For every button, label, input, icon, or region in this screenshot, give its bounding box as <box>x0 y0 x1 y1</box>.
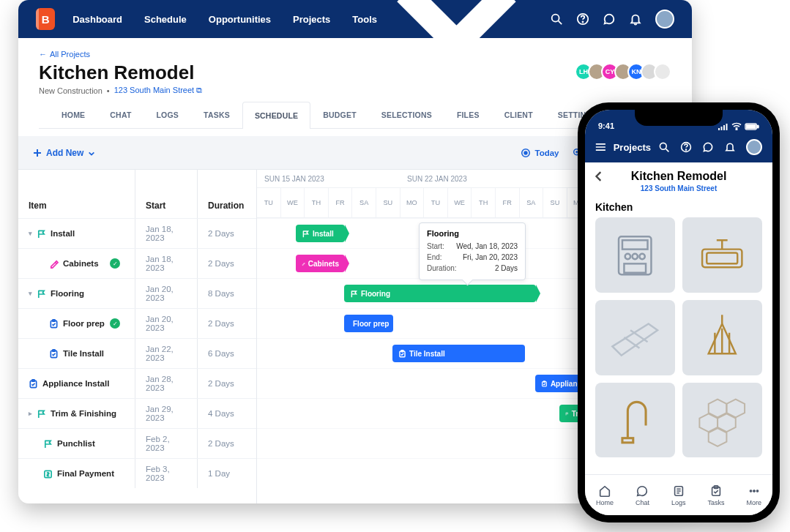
task-icon <box>49 319 59 329</box>
today-button[interactable]: Today <box>521 148 559 158</box>
external-icon: ⧉ <box>196 86 202 94</box>
menu-icon[interactable] <box>595 142 606 152</box>
avatar-g3[interactable] <box>654 63 671 80</box>
col-duration: Duration <box>198 170 256 218</box>
svg-point-7 <box>525 151 528 154</box>
col-item: Item <box>18 170 135 218</box>
btab-more[interactable]: More <box>746 484 761 506</box>
help-icon[interactable] <box>576 12 589 26</box>
day-label: SA <box>352 188 376 217</box>
tab-schedule[interactable]: SCHEDULE <box>242 102 310 129</box>
duration: 8 Days <box>198 279 256 308</box>
help-icon[interactable] <box>680 141 692 153</box>
phone-user-avatar[interactable] <box>746 139 762 155</box>
back-link[interactable]: ← All Projects <box>39 50 671 59</box>
selection-tile-hextile[interactable] <box>682 383 762 458</box>
svg-point-41 <box>736 129 737 130</box>
btab-chat[interactable]: Chat <box>636 484 649 506</box>
selection-tile-sink[interactable] <box>682 217 762 293</box>
design-icon <box>49 259 59 269</box>
table-row[interactable]: ▸Trim & FinishingJan 29, 20234 Days <box>18 398 256 428</box>
selection-tile-faucet[interactable] <box>595 383 675 458</box>
svg-point-0 <box>552 15 559 22</box>
svg-rect-39 <box>723 125 725 130</box>
member-avatars[interactable]: LH CY KN <box>579 63 671 80</box>
day-label: TH <box>305 188 329 217</box>
gantt-bar[interactable]: Cabinets <box>296 255 345 272</box>
gantt-bar[interactable]: Floor prep <box>344 315 393 332</box>
plus-icon <box>33 149 42 157</box>
user-avatar[interactable] <box>655 10 674 29</box>
tab-home[interactable]: HOME <box>49 101 97 128</box>
table-row[interactable]: Final PaymentFeb 3, 20231 Day <box>18 458 256 488</box>
selection-tile-pendant[interactable] <box>682 300 762 375</box>
tab-tasks[interactable]: TASKS <box>191 101 242 128</box>
duration: 4 Days <box>198 399 256 428</box>
tab-logs[interactable]: LOGS <box>144 101 192 128</box>
duration: 6 Days <box>198 339 256 368</box>
item-label: Floor prep <box>63 319 105 328</box>
add-new-button[interactable]: Add New <box>33 148 95 158</box>
chevron-down-icon[interactable]: ▾ <box>29 230 32 237</box>
search-icon[interactable] <box>550 12 563 26</box>
project-subtitle: New Construction • 123 South Main Street… <box>39 86 671 95</box>
tab-chat[interactable]: CHAT <box>97 101 144 128</box>
chevron-down-icon[interactable]: ▾ <box>29 290 32 297</box>
table-row[interactable]: Floor prep✓Jan 20, 20232 Days <box>18 308 256 338</box>
duration: 1 Day <box>198 459 256 488</box>
btab-home[interactable]: Home <box>596 484 614 506</box>
item-label: Flooring <box>51 289 84 298</box>
phone-project-address[interactable]: 123 South Main Street <box>595 184 762 192</box>
check-icon: ✓ <box>110 318 120 329</box>
week1-label: SUN 15 JAN 2023 <box>257 170 400 187</box>
phone-notch <box>635 110 723 126</box>
selection-tile-range[interactable] <box>595 217 675 293</box>
start-date: Jan 20, 2023 <box>135 309 198 338</box>
bell-icon[interactable] <box>629 12 642 26</box>
day-label: TU <box>257 188 281 217</box>
tab-selections[interactable]: SELECTIONS <box>369 101 444 128</box>
gantt-bar[interactable]: Install <box>296 225 345 242</box>
bell-icon[interactable] <box>724 141 736 153</box>
task-icon <box>398 350 406 358</box>
svg-line-1 <box>559 21 562 25</box>
selection-tile-countertop[interactable] <box>595 300 675 375</box>
table-row[interactable]: Appliance InstallJan 28, 20232 Days <box>18 368 256 398</box>
bar-label: Tile Install <box>409 350 445 358</box>
status-time: 9:41 <box>598 121 614 130</box>
table-row[interactable]: Tile InstallJan 22, 20236 Days <box>18 338 256 368</box>
svg-point-80 <box>750 490 752 492</box>
gantt-bar[interactable]: Tile Install <box>392 345 525 362</box>
btab-tasks[interactable]: Tasks <box>707 484 724 506</box>
svg-point-54 <box>625 254 630 259</box>
task-icon <box>29 379 38 389</box>
chevron-right-icon[interactable]: ▸ <box>29 410 32 417</box>
back-icon[interactable] <box>594 171 604 181</box>
bar-label: Flooring <box>361 290 390 298</box>
chat-icon[interactable] <box>702 141 714 153</box>
gantt-bar[interactable]: Flooring <box>344 285 536 302</box>
table-row[interactable]: ▾InstallJan 18, 20232 Days <box>18 218 256 248</box>
tab-files[interactable]: FILES <box>444 101 492 128</box>
project-type: New Construction <box>39 86 103 95</box>
svg-rect-57 <box>625 264 646 273</box>
project-address-link[interactable]: 123 South Main Street ⧉ <box>114 86 203 95</box>
chat-icon[interactable] <box>603 12 616 26</box>
table-row[interactable]: ▾FlooringJan 20, 20238 Days <box>18 278 256 308</box>
table-row[interactable]: Cabinets✓Jan 18, 20232 Days <box>18 248 256 278</box>
bar-label: Cabinets <box>308 260 339 268</box>
btab-logs[interactable]: Logs <box>671 484 686 506</box>
svg-point-3 <box>582 22 583 23</box>
phone-bottom-nav: Home Chat Logs Tasks More <box>585 474 772 515</box>
topnav-right <box>550 10 674 29</box>
phone-device: 9:41 Projects Kitchen Remodel 123 South … <box>578 102 780 522</box>
tab-client[interactable]: CLIENT <box>492 101 545 128</box>
tab-budget[interactable]: BUDGET <box>310 101 369 128</box>
table-row[interactable]: PunchlistFeb 2, 20232 Days <box>18 428 256 458</box>
task-icon <box>541 380 548 388</box>
brand-logo[interactable]: B <box>36 8 55 30</box>
status-indicators <box>718 122 759 130</box>
duration: 2 Days <box>198 369 256 398</box>
search-icon[interactable] <box>658 141 670 153</box>
day-label: WE <box>281 188 305 217</box>
